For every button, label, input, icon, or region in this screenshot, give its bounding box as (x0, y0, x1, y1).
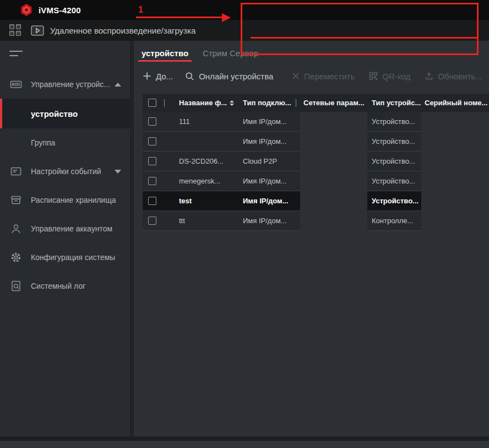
row-checkbox[interactable] (148, 217, 156, 225)
sidebar-item-label: устройство (31, 109, 78, 118)
cell-device-type: Устройство... (367, 171, 421, 191)
qr-code-button[interactable]: QR-код (369, 72, 410, 81)
account-icon (9, 223, 23, 235)
sidebar-item-group[interactable]: Группа (0, 128, 130, 157)
move-label: Переместить (304, 72, 355, 81)
header-connection-type[interactable]: Тип подклю... (235, 94, 300, 112)
event-settings-icon (9, 165, 23, 177)
sidebar-item-label: Системный лог (31, 282, 85, 290)
sidebar-item-device-management[interactable]: Управление устройс... (0, 70, 130, 99)
sidebar-item-system-configuration[interactable]: Конфигурация системы (0, 243, 130, 272)
row-checkbox-cell (143, 112, 165, 132)
header-select-all (143, 94, 165, 112)
row-checkbox-cell (143, 191, 165, 211)
cell-device-type: Устройство... (367, 191, 421, 211)
app-title: iVMS-4200 (39, 6, 81, 15)
sidebar-item-system-log[interactable]: Системный лог (0, 272, 130, 300)
sidebar-item-storage-schedule[interactable]: Расписание хранилища (0, 186, 130, 214)
cell-network-params (300, 191, 367, 211)
annotation-highlight-box (241, 3, 479, 55)
cell-connection-type: Имя IP/дом... (235, 171, 300, 191)
qr-code-icon (369, 72, 378, 80)
tab-remote-playback[interactable]: Удаленное воспроизведение/загрузка (31, 22, 195, 39)
status-bar (0, 441, 489, 448)
sidebar-item-label: Расписание хранилища (31, 196, 116, 204)
table-body: 111 Имя IP/дом... Устройство... Имя IP/д… (143, 112, 489, 231)
refresh-button[interactable]: Обновить... (425, 72, 482, 81)
table-row[interactable]: ttt Имя IP/дом... Контролле... (143, 211, 489, 231)
sidebar-item-account-management[interactable]: Управление аккаунтом (0, 214, 130, 243)
table-row[interactable]: menegersk... Имя IP/дом... Устройство... (143, 171, 489, 191)
table-row[interactable]: Имя IP/дом... Устройство... (143, 132, 489, 152)
cell-device-name: DS-2CD206... (165, 152, 235, 171)
tab-remote-playback-label: Удаленное воспроизведение/загрузка (50, 26, 195, 35)
header-device-name[interactable]: Название ф... (165, 94, 235, 112)
row-checkbox[interactable] (148, 117, 156, 126)
cell-network-params (300, 211, 367, 231)
cell-device-name: ttt (165, 211, 235, 231)
sidebar-menu: Управление устройс... устройство Группа (0, 70, 130, 300)
row-checkbox-cell (143, 132, 165, 152)
cell-serial-number (421, 152, 489, 171)
table-row[interactable]: 111 Имя IP/дом... Устройство... (143, 112, 489, 132)
cell-connection-type: Имя IP/дом... (235, 112, 300, 132)
upload-icon (425, 72, 433, 80)
table-row[interactable]: DS-2CD206... Cloud P2P Устройство... (143, 152, 489, 171)
annotation-arrow-head (222, 13, 231, 22)
playback-icon (31, 25, 44, 36)
storage-schedule-icon (9, 194, 23, 206)
sidebar-item-label: Конфигурация системы (31, 253, 115, 262)
sidebar-item-label: Группа (31, 138, 55, 147)
cell-device-type: Контролле... (367, 211, 421, 231)
device-toolbar: До... Онлайн устройства Переместить (135, 65, 489, 87)
header-device-type[interactable]: Тип устройс... (367, 94, 421, 112)
cell-device-name: test (165, 191, 235, 211)
row-checkbox[interactable] (148, 177, 156, 185)
ivms-4200-window: iVMS-4200 Удаленное воспроизведение/загр… (0, 0, 489, 448)
online-devices-button[interactable]: Онлайн устройства (185, 72, 273, 81)
gear-icon (9, 251, 23, 263)
row-checkbox-cell (143, 152, 165, 171)
annotation-underline (251, 37, 477, 39)
tab-device[interactable]: устройство (139, 48, 191, 63)
main-panel: устройство Стрим Сервер До... Онлайн уст… (134, 41, 489, 436)
row-checkbox[interactable] (148, 157, 156, 165)
select-all-checkbox[interactable] (148, 99, 156, 107)
sidebar: Управление устройс... устройство Группа (0, 41, 130, 436)
cell-connection-type: Имя IP/дом... (235, 132, 300, 152)
search-icon (185, 72, 194, 81)
row-checkbox[interactable] (148, 197, 156, 205)
sidebar-item-device[interactable]: устройство (0, 99, 130, 128)
cell-network-params (300, 112, 367, 132)
add-device-button[interactable]: До... (143, 72, 173, 81)
plus-icon (143, 72, 151, 80)
cell-network-params (300, 171, 367, 191)
header-network-params[interactable]: Сетевые парам... (300, 94, 367, 112)
device-management-icon (9, 78, 23, 90)
cell-device-type: Устройство... (367, 152, 421, 171)
sidebar-item-label: Настройки событий (31, 167, 101, 176)
cell-connection-type: Имя IP/дом... (235, 211, 300, 231)
cell-serial-number (421, 132, 489, 152)
row-checkbox-cell (143, 171, 165, 191)
cell-device-type: Устройство... (367, 112, 421, 132)
table-row[interactable]: test Имя IP/дом... Устройство... (143, 191, 489, 211)
add-device-label: До... (156, 72, 173, 81)
header-serial-number[interactable]: Серийный номе... (421, 94, 489, 112)
chevron-up-icon (115, 83, 121, 87)
cell-device-name: 111 (165, 112, 235, 132)
system-log-icon (9, 280, 23, 292)
sidebar-item-label: Управление аккаунтом (31, 224, 112, 233)
cell-device-name (165, 132, 235, 152)
collapse-sidebar-icon[interactable] (9, 51, 23, 56)
cell-serial-number (421, 171, 489, 191)
home-menu-icon[interactable] (9, 24, 21, 36)
cell-network-params (300, 132, 367, 152)
sidebar-item-event-settings[interactable]: Настройки событий (0, 157, 130, 186)
cell-connection-type: Имя IP/дом... (235, 191, 300, 211)
row-checkbox[interactable] (148, 137, 156, 145)
move-button[interactable]: Переместить (292, 72, 355, 81)
cell-connection-type: Cloud P2P (235, 152, 300, 171)
x-icon (292, 72, 300, 80)
sort-icon[interactable] (230, 100, 234, 106)
